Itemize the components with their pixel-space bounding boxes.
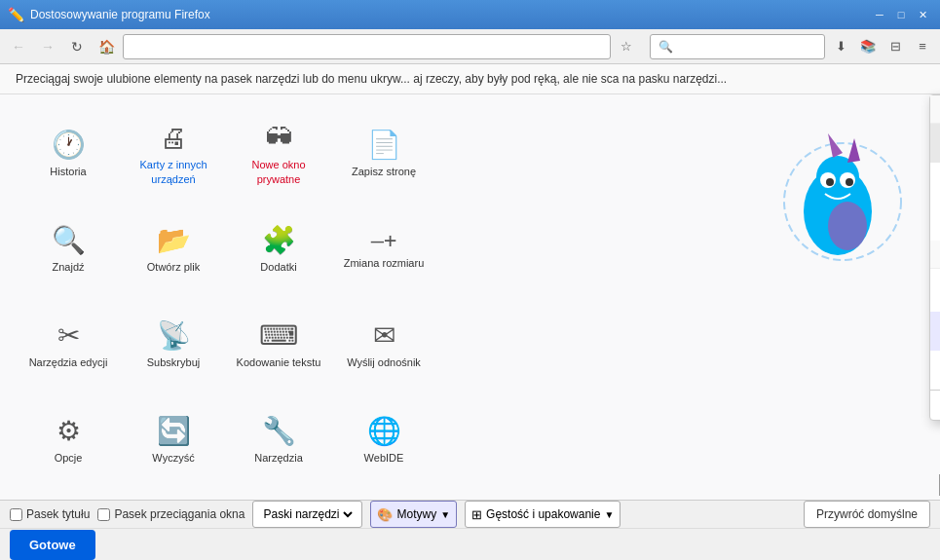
subscribe-icon-item[interactable]: 📡 Subskrybuj [125,301,222,389]
forward-button[interactable]: → [35,34,60,59]
bottom-toolbar: Pasek tytułu Pasek przeciągania okna Pas… [0,500,940,528]
done-button[interactable]: Gotowe [10,530,95,560]
other-devices-label: Karty z innych urządzeń [129,158,218,186]
right-content: Zainstalowane motywy Domyślny Jasny Ciem… [452,94,940,500]
send-link-label: Wyślij odnośnik [347,355,421,369]
browser-window: Przeciągaj swoje ulubione elementy na pa… [0,64,940,560]
addons-icon-item[interactable]: 🧩 Dodatki [230,205,327,293]
save-page-icon: 📄 [367,129,401,161]
nav-bar: ← → ↻ 🏠 ☆ 🔍 ⬇ 📚 ⊟ ≡ [0,29,940,64]
webide-icon: 🌐 [367,415,401,447]
mascot-svg [745,114,921,289]
edit-tools-icon: ✂ [57,319,80,352]
history-icon: 🕐 [52,129,86,161]
clear-icon: 🔄 [157,415,191,447]
options-label: Opcje [55,451,83,465]
theme-pastel-item[interactable]: Pastel Gradient [930,351,940,390]
theme-dark-item[interactable]: Ciemny [930,202,940,241]
density-dropdown-label-text: Gęstość i upakowanie [486,507,600,521]
tools-label: Narzędzia [254,451,303,465]
webide-label: WebIDE [364,451,404,465]
encoding-icon-item[interactable]: ⌨ Kodowanie tekstu [230,301,327,389]
themes-icon: 🎨 [377,507,393,522]
window-controls: ─ □ ✕ [870,5,932,24]
webide-icon-item[interactable]: 🌐 WebIDE [335,396,432,484]
open-file-label: Otwórz plik [147,260,200,274]
installed-themes-header: Zainstalowane motywy [930,95,940,124]
other-devices-icon-item[interactable]: 🖨 Karty z innych urządzeń [125,110,222,198]
manage-themes-button[interactable]: Zarządzaj [930,391,940,420]
find-icon-item[interactable]: 🔍 Znajdź [19,205,117,293]
reset-defaults-button[interactable]: Przywróć domyślne [804,501,930,528]
toolbar-select[interactable]: Paski narzędzi [259,506,356,522]
edit-tools-icon-item[interactable]: ✂ Narzędzia edycji [19,301,117,389]
private-window-icon-item[interactable]: 🕶 Nowe okno prywatne [230,110,327,198]
subscribe-icon: 📡 [157,319,191,352]
send-link-icon: ✉ [373,319,395,352]
drag-bar-checkbox[interactable] [97,508,110,521]
resize-icon-item[interactable]: —+ Zmiana rozmiaru [335,205,432,293]
find-icon: 🔍 [52,224,86,256]
open-file-icon-item[interactable]: 📂 Otwórz plik [125,205,222,293]
back-button[interactable]: ← [6,34,31,59]
open-file-icon: 📂 [157,224,191,256]
dropdown-footer: Zarządzaj Pobierz więcej [930,390,940,420]
sidebar-icon[interactable]: ⊟ [884,35,907,58]
drag-bar-checkbox-label: Pasek przeciągania okna [114,507,244,521]
density-icon: ⊞ [471,507,482,522]
themes-dropdown[interactable]: 🎨 Motywy ▼ [370,501,457,528]
theme-default-item[interactable]: Domyślny [930,124,940,163]
private-window-icon: 🕶 [265,122,292,154]
title-bar-checkbox-label: Pasek tytułu [26,507,90,521]
theme-light-item[interactable]: Jasny [930,163,940,202]
find-label: Znajdź [52,260,84,274]
theme-renaissance-item[interactable]: A Web Browser Renaissance [930,269,940,312]
title-bar-checkbox[interactable] [10,508,22,521]
clear-label: Wyczyść [152,451,194,465]
other-devices-icon: 🖨 [160,122,187,154]
go-button-bar: Gotowe [0,528,940,560]
history-icon-item[interactable]: 🕐 Historia [19,110,117,198]
title-icon: ✏️ [8,7,24,22]
window-title: Dostosowywanie programu Firefox [30,8,870,21]
search-bar: 🔍 [650,34,825,59]
save-page-icon-item[interactable]: 📄 Zapisz stronę [335,110,432,198]
bookmark-icon[interactable]: ☆ [615,35,638,58]
private-window-label: Nowe okno prywatne [234,158,323,186]
minimize-button[interactable]: ─ [870,5,889,24]
home-button[interactable]: 🏠 [94,34,119,59]
clear-icon-item[interactable]: 🔄 Wyczyść [125,396,222,484]
subscribe-label: Subskrybuj [147,355,200,369]
drag-bar-checkbox-item: Pasek przeciągania okna [97,507,244,521]
density-dropdown-arrow: ▼ [604,509,614,520]
theme-space-item[interactable]: Space Fantasy ↗ [930,312,940,351]
refresh-button[interactable]: ↻ [64,34,90,59]
download-icon[interactable]: ⬇ [829,35,852,58]
bookmarks-icon[interactable]: 📚 [856,35,880,58]
encoding-label: Kodowanie tekstu [237,355,321,369]
send-link-icon-item[interactable]: ✉ Wyślij odnośnik [335,301,432,389]
title-bar: ✏️ Dostosowywanie programu Firefox ─ □ ✕ [0,0,940,29]
themes-dropdown-label-text: Motywy [396,507,436,521]
svg-point-9 [828,202,867,250]
url-input[interactable] [132,40,602,54]
icons-grid: 🕐 Historia 🖨 Karty z innych urządzeń 🕶 N… [0,94,452,500]
tools-icon-item[interactable]: 🔧 Narzędzia [230,396,327,484]
resize-label: Zmiana rozmiaru [344,256,425,270]
density-dropdown[interactable]: ⊞ Gęstość i upakowanie ▼ [465,501,620,528]
url-bar[interactable] [123,34,611,59]
history-label: Historia [50,165,86,178]
maximize-button[interactable]: □ [891,5,911,24]
options-icon: ⚙ [56,415,81,447]
search-input[interactable] [677,40,823,54]
options-icon-item[interactable]: ⚙ Opcje [19,396,117,484]
edit-tools-label: Narzędzia edycji [29,355,108,369]
info-bar: Przeciągaj swoje ulubione elementy na pa… [0,64,940,94]
toolbar-dropdown[interactable]: Paski narzędzi Paski narzędzi [252,501,362,528]
resize-icon: —+ [371,228,397,252]
close-button[interactable]: ✕ [913,5,932,24]
info-text: Przeciągaj swoje ulubione elementy na pa… [16,72,727,86]
more-icon[interactable]: ≡ [911,35,934,58]
save-page-label: Zapisz stronę [352,165,416,178]
search-icon: 🔍 [658,40,673,54]
